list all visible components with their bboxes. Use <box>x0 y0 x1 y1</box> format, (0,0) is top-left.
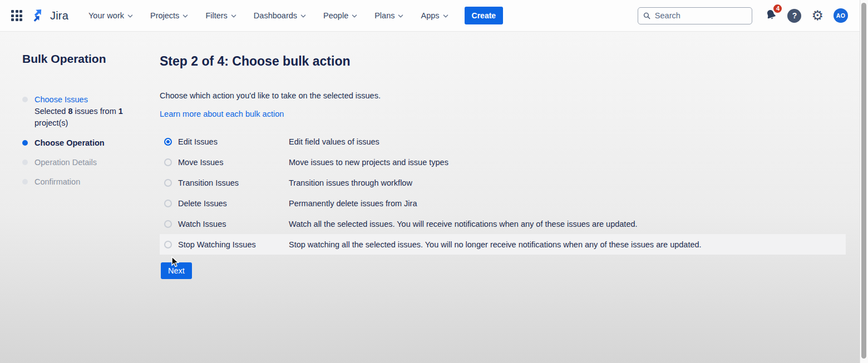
help-button[interactable]: ? <box>787 9 801 23</box>
radio-button[interactable] <box>164 179 172 187</box>
nav-item-label: Apps <box>421 11 439 20</box>
search-box[interactable] <box>638 7 752 24</box>
jira-logo-text: Jira <box>50 9 68 22</box>
option-description: Transition issues through workflow <box>289 178 412 187</box>
option-description: Watch all the selected issues. You will … <box>289 220 638 228</box>
bulk-action-option-row[interactable]: Transition Issues Transition issues thro… <box>160 172 846 193</box>
step-label[interactable]: Operation Details <box>34 157 97 168</box>
nav-item-label: People <box>323 11 348 20</box>
nav-item[interactable]: Projects <box>150 11 189 20</box>
notifications-button[interactable]: 4 <box>765 8 777 23</box>
step-dot-icon <box>22 97 28 102</box>
wizard-step-item[interactable]: Choose Operation <box>22 137 136 148</box>
chevron-down-icon <box>442 13 449 19</box>
step-text: Confirmation <box>34 176 80 187</box>
option-description: Edit field values of issues <box>289 137 379 146</box>
step-dot-icon <box>22 160 28 165</box>
nav-item[interactable]: Dashboards <box>254 11 307 20</box>
vertical-scrollbar <box>860 0 868 363</box>
nav-item[interactable]: Plans <box>374 11 404 20</box>
wizard-title: Bulk Operation <box>22 52 106 66</box>
jira-logo-icon <box>32 8 47 23</box>
radio-button[interactable] <box>164 138 172 146</box>
search-input[interactable] <box>655 11 747 20</box>
notification-badge: 4 <box>772 3 783 14</box>
mouse-cursor <box>170 256 180 268</box>
page-title: Step 2 of 4: Choose bulk action <box>160 54 350 69</box>
nav-item-label: Dashboards <box>254 11 297 20</box>
topbar-right-cluster: 4 ? ⚙ AO <box>638 7 848 24</box>
chevron-down-icon <box>230 13 237 19</box>
option-label: Stop Watching Issues <box>178 240 289 249</box>
step-dot-icon <box>22 140 28 146</box>
user-avatar[interactable]: AO <box>834 8 848 23</box>
bulk-action-option-row[interactable]: Edit Issues Edit field values of issues <box>160 131 846 152</box>
option-description: Move issues to new projects and issue ty… <box>289 158 448 167</box>
bulk-action-options: Edit Issues Edit field values of issues … <box>160 131 846 255</box>
bulk-action-option-row[interactable]: Watch Issues Watch all the selected issu… <box>160 213 846 234</box>
option-description: Stop watching all the selected issues. Y… <box>289 240 702 249</box>
gear-icon: ⚙ <box>811 8 823 23</box>
bulk-action-option-row[interactable]: Move Issues Move issues to new projects … <box>160 152 846 172</box>
nav-item[interactable]: Filters <box>205 11 236 20</box>
scrollbar-thumb[interactable] <box>861 3 866 359</box>
step-label[interactable]: Choose Operation <box>34 137 105 148</box>
chevron-down-icon <box>182 13 189 19</box>
page-description: Choose which action you'd like to take o… <box>160 91 381 100</box>
wizard-step-item[interactable]: Confirmation <box>22 176 136 187</box>
step-text: Choose Issues Selected 8 issues from 1 p… <box>34 94 136 129</box>
nav-item[interactable]: People <box>323 11 358 20</box>
jira-logo[interactable]: Jira <box>32 8 68 23</box>
jira-bulk-operation-page: Jira Your work Projects Filters <box>0 0 868 363</box>
step-label[interactable]: Choose Issues <box>34 94 136 105</box>
create-button[interactable]: Create <box>465 7 504 24</box>
bulk-action-option-row[interactable]: Stop Watching Issues Stop watching all t… <box>160 234 846 255</box>
step-subtext: Selected 8 issues from 1 project(s) <box>34 106 136 129</box>
bulk-action-option-row[interactable]: Delete Issues Permanently delete issues … <box>160 193 846 213</box>
wizard-step-item[interactable]: Operation Details <box>22 157 136 168</box>
chevron-down-icon <box>300 13 307 19</box>
option-label: Transition Issues <box>178 178 289 187</box>
radio-button[interactable] <box>164 241 172 248</box>
option-label: Edit Issues <box>178 137 289 146</box>
top-navigation-bar: Jira Your work Projects Filters <box>0 0 868 32</box>
nav-item[interactable]: Your work <box>88 11 134 20</box>
option-label: Move Issues <box>178 158 289 167</box>
step-label[interactable]: Confirmation <box>34 176 80 187</box>
question-mark-icon: ? <box>792 11 797 20</box>
radio-button[interactable] <box>164 200 172 207</box>
app-switcher-icon[interactable] <box>11 10 22 21</box>
learn-more-link[interactable]: Learn more about each bulk action <box>160 110 284 118</box>
avatar-initials: AO <box>836 12 845 19</box>
option-label: Watch Issues <box>178 220 289 228</box>
wizard-step-list: Choose Issues Selected 8 issues from 1 p… <box>22 94 136 196</box>
option-label: Delete Issues <box>178 199 289 208</box>
settings-button[interactable]: ⚙ <box>811 9 823 22</box>
step-dot-icon <box>22 179 28 185</box>
nav-item-label: Projects <box>150 11 179 20</box>
content-area: Bulk Operation Choose Issues Selected 8 … <box>0 32 868 363</box>
wizard-step-item[interactable]: Choose Issues Selected 8 issues from 1 p… <box>22 94 136 129</box>
radio-button[interactable] <box>164 158 172 166</box>
chevron-down-icon <box>127 13 134 19</box>
nav-item-label: Filters <box>205 11 227 20</box>
nav-item-label: Plans <box>374 11 394 20</box>
step-text: Operation Details <box>34 157 97 168</box>
primary-nav: Your work Projects Filters Dashboards <box>88 11 449 20</box>
radio-button[interactable] <box>164 220 172 228</box>
chevron-down-icon <box>397 13 404 19</box>
nav-item[interactable]: Apps <box>421 11 448 20</box>
option-description: Permanently delete issues from Jira <box>289 199 417 208</box>
nav-item-label: Your work <box>88 11 124 20</box>
search-icon <box>643 12 650 20</box>
step-text: Choose Operation <box>34 137 105 148</box>
chevron-down-icon <box>351 13 358 19</box>
